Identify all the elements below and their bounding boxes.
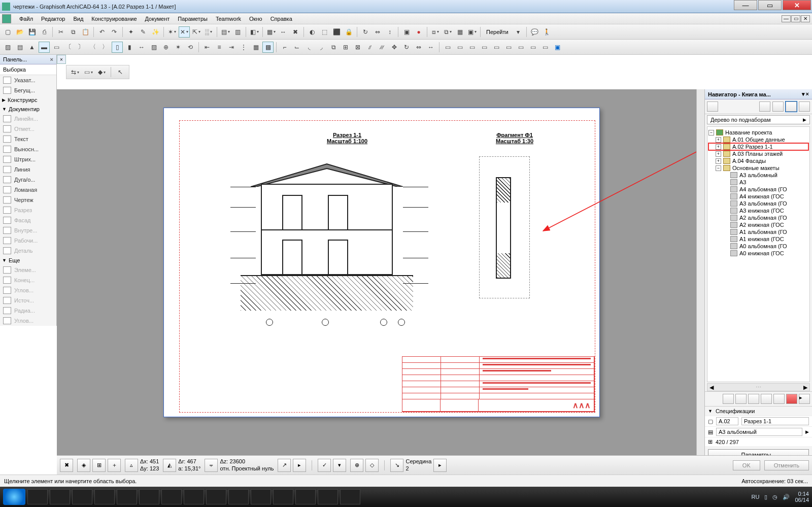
navigator-spec-header[interactable]: ▼Спецификации	[705, 406, 812, 416]
group-icon[interactable]: ⬚	[319, 26, 330, 38]
dimension-tool-icon[interactable]: ↔	[278, 26, 289, 38]
move-icon[interactable]: ✥	[389, 42, 400, 53]
navigator-title[interactable]: Навигатор - Книга ма... ▾×	[705, 89, 812, 99]
ungroup-icon[interactable]: ⬛	[331, 26, 342, 38]
title-block[interactable]: ∧∧∧	[402, 356, 595, 412]
tree-subset-2[interactable]: +A.03 Планы этажей	[708, 150, 808, 157]
align-center-icon[interactable]: ≡	[214, 42, 225, 53]
taskbar-media-icon[interactable]	[139, 489, 159, 504]
cancel-button[interactable]: Отменить	[764, 460, 809, 470]
snap-grid-icon[interactable]: ▩	[262, 42, 274, 53]
app-logo-icon[interactable]	[2, 14, 11, 23]
hatch-fill-icon[interactable]: ▨	[148, 42, 159, 53]
cat-more[interactable]: ▼Еще	[0, 256, 56, 265]
split-icon[interactable]: ⫽	[364, 42, 376, 53]
hatch3-icon[interactable]: ▲	[26, 42, 38, 53]
lasso-icon[interactable]: ⟲	[185, 42, 196, 53]
tree-master-1[interactable]: А3	[708, 179, 808, 186]
nav-publisher-icon[interactable]	[786, 102, 797, 112]
side-icon[interactable]: ↘	[390, 459, 403, 472]
nav-delete-icon[interactable]	[786, 394, 797, 404]
join-icon[interactable]: ⫻	[377, 42, 388, 53]
grid-align-icon[interactable]: ▦	[250, 42, 261, 53]
navigator-pin-icon[interactable]: ▾	[802, 91, 805, 97]
r9-icon[interactable]: ▭	[539, 42, 551, 53]
mdi-minimize-button[interactable]: —	[782, 15, 791, 22]
nav-extra-icon[interactable]	[799, 102, 810, 112]
r1-icon[interactable]: ▭	[442, 42, 453, 53]
walk-icon[interactable]: 🚶	[542, 26, 553, 38]
taskbar-skype-icon[interactable]	[273, 489, 293, 504]
r5-icon[interactable]: ▭	[491, 42, 502, 53]
origin-icon[interactable]: ✖	[60, 459, 73, 472]
highlight-icon[interactable]: ●	[413, 26, 424, 38]
start-button[interactable]	[3, 489, 25, 505]
spec-name[interactable]: Разрез 1-1	[741, 417, 809, 425]
spec-master[interactable]: А3 альбомный	[716, 428, 802, 436]
tree-master-4[interactable]: А3 альбомная (ГО	[708, 200, 808, 207]
tool-item-4[interactable]: Штрих...	[0, 154, 56, 164]
nav-new-master-icon[interactable]	[735, 394, 747, 404]
elevate-icon[interactable]: ↕	[384, 26, 395, 38]
taskbar-app9-icon[interactable]	[340, 489, 360, 504]
pointer-icon[interactable]: ↖	[115, 66, 126, 78]
menu-window[interactable]: Окно	[245, 15, 266, 23]
tray-net-icon[interactable]: ◷	[772, 494, 777, 500]
taskbar-app6-icon[interactable]	[228, 489, 249, 504]
align-right-icon[interactable]: ⇥	[226, 42, 237, 53]
tree-master-9[interactable]: А1 книжная (ГОС	[708, 235, 808, 243]
section-icon[interactable]: ▥	[232, 26, 243, 38]
snap1-icon[interactable]: ◈	[77, 459, 90, 472]
copy-icon[interactable]: ⧉	[67, 26, 79, 38]
taskbar-app7-icon[interactable]	[251, 489, 271, 504]
mirror2-icon[interactable]: ⇔	[413, 42, 424, 53]
tree-subset-0[interactable]: +A.01 Общие данные	[708, 136, 808, 143]
hatch5-icon[interactable]: ▭	[51, 42, 62, 53]
layout-canvas[interactable]: Разрез 1-1 Масштаб 1:100 Фрагмент Ф1 Мас…	[57, 89, 696, 455]
3d-icon[interactable]: ⧈	[430, 26, 441, 38]
distribute-icon[interactable]: ⋮	[238, 42, 249, 53]
nav-project-map-icon[interactable]	[707, 102, 718, 112]
tray-flag-icon[interactable]: ▯	[764, 494, 767, 500]
trim-icon[interactable]: ⌐	[279, 42, 290, 53]
pen-icon[interactable]: ✎	[138, 26, 149, 38]
mdi-close-button[interactable]: ✕	[801, 15, 810, 22]
cat-document[interactable]: ▼Документир	[0, 105, 56, 114]
goto-dropdown-icon[interactable]: ▾	[513, 26, 524, 38]
attach-icon[interactable]: ⇱	[191, 26, 202, 38]
r6-icon[interactable]: ▭	[503, 42, 514, 53]
tree-master-0[interactable]: А3 альбомный	[708, 172, 808, 179]
measure-icon[interactable]: ✦	[125, 26, 137, 38]
toolbox-title[interactable]: Панель... ×	[0, 55, 56, 64]
doc-tab-close-icon[interactable]: ×	[57, 55, 66, 64]
explode-icon[interactable]: ✶	[173, 42, 184, 53]
teamwork-icon[interactable]: ▣	[552, 42, 563, 53]
sel-front-icon[interactable]: ▯	[112, 42, 123, 53]
story-icon[interactable]: ▤	[220, 26, 231, 38]
align-left-icon[interactable]: ⇤	[201, 42, 213, 53]
tree-master-2[interactable]: А4 альбомная (ГО	[708, 186, 808, 193]
master-dropdown-icon[interactable]: ▶	[805, 429, 809, 434]
r3-icon[interactable]: ▭	[466, 42, 478, 53]
stretch-icon[interactable]: ↔	[425, 42, 436, 53]
rotate2-icon[interactable]: ↻	[401, 42, 412, 53]
snap3-icon[interactable]: ＋	[108, 459, 121, 472]
r4-icon[interactable]: ▭	[479, 42, 490, 53]
grid-icon[interactable]: ░	[203, 26, 214, 38]
undo-icon[interactable]: ↶	[96, 26, 108, 38]
nav-view-map-icon[interactable]	[759, 102, 770, 112]
tray-clock[interactable]: 0:14 06/14	[795, 491, 809, 503]
tree-master-8[interactable]: А1 альбомная (ГО	[708, 228, 808, 235]
guides-icon[interactable]: ✕	[179, 26, 190, 38]
tray-sound-icon[interactable]: 🔊	[783, 494, 790, 500]
gravity-dd-icon[interactable]: ▸	[293, 459, 306, 472]
polar-icon[interactable]: ◭	[163, 459, 176, 472]
taskbar-app3-icon[interactable]	[161, 489, 182, 504]
hatch1-icon[interactable]: ▨	[2, 42, 13, 53]
section-drawing[interactable]	[230, 131, 433, 334]
hatch4-icon[interactable]: ▬	[39, 42, 50, 53]
snap-icon[interactable]: ✶	[166, 26, 178, 38]
tree-master-11[interactable]: А0 книжная (ГОС	[708, 250, 808, 257]
level-icon[interactable]: ⊕	[160, 42, 172, 53]
navigator-hscroll[interactable]: ◀⋯▶	[707, 383, 810, 391]
